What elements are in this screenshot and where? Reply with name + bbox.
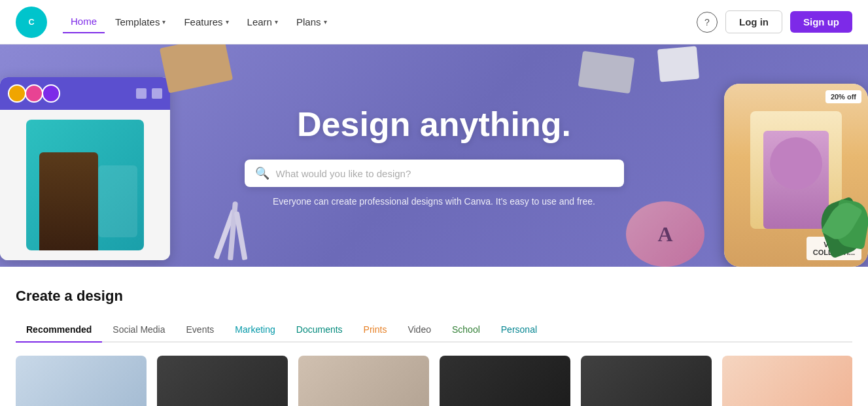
nav-features[interactable]: Features ▾ [176,11,236,33]
hero-deco-white [657,46,699,82]
nav-plans[interactable]: Plans ▾ [288,11,335,33]
plans-chevron-icon: ▾ [324,18,327,25]
hero-section: A Design anything. 🔍 Everyone can create… [0,44,868,267]
thumbnail-1[interactable] [16,356,147,406]
mockup-icon [152,88,162,99]
hero-deco-gray [578,51,635,94]
help-button[interactable]: ? [697,12,718,33]
design-tabs: Recommended Social Media Events Marketin… [16,318,852,343]
thumbnail-4[interactable] [440,356,570,406]
hero-subtext: Everyone can create professional designs… [245,196,624,207]
tab-video[interactable]: Video [397,318,442,341]
tab-prints[interactable]: Prints [353,318,398,341]
tab-documents[interactable]: Documents [286,318,353,341]
tab-recommended[interactable]: Recommended [16,318,102,341]
avatar [8,84,26,103]
tab-social-media[interactable]: Social Media [102,318,175,341]
tab-marketing[interactable]: Marketing [224,318,285,341]
sale-badge: 20% off [825,90,861,103]
mockup-icon [136,88,147,99]
avatar [42,84,60,103]
hero-left-mockup [0,77,170,260]
templates-chevron-icon: ▾ [162,18,165,25]
thumbnail-5[interactable] [581,356,712,406]
thumbnail-3[interactable] [298,356,429,406]
create-title: Create a design [16,288,852,305]
avatar [25,84,43,103]
tab-events[interactable]: Events [176,318,225,341]
nav-home[interactable]: Home [63,10,105,33]
create-section: Create a design Recommended Social Media… [0,267,868,406]
svg-text:C: C [28,18,34,27]
tab-school[interactable]: School [442,318,491,341]
nav-templates[interactable]: Templates ▾ [107,11,173,33]
search-icon: 🔍 [255,166,269,180]
thumbnail-6[interactable] [722,356,852,406]
nav-learn[interactable]: Learn ▾ [239,11,286,33]
thumbnail-2[interactable] [157,356,288,406]
mockup-body [0,110,170,260]
features-chevron-icon: ▾ [226,18,229,25]
canva-logo[interactable]: C [16,7,47,38]
hero-center: Design anything. 🔍 Everyone can create p… [245,105,624,207]
search-input[interactable] [276,168,614,179]
learn-chevron-icon: ▾ [275,18,278,25]
thumbnails-row [16,356,852,406]
signup-button[interactable]: Sign up [790,11,852,33]
plant-decoration [816,188,868,267]
mockup-header [0,77,170,110]
navbar-actions: ? Log in Sign up [697,10,852,33]
navbar: C Home Templates ▾ Features ▾ Learn ▾ Pl… [0,0,868,44]
hero-search-bar[interactable]: 🔍 [245,160,624,187]
hero-title: Design anything. [245,105,624,144]
tab-personal[interactable]: Personal [491,318,547,341]
login-button[interactable]: Log in [725,10,782,33]
pink-card-decoration: A [626,201,704,267]
nav-links: Home Templates ▾ Features ▾ Learn ▾ Plan… [63,10,697,33]
